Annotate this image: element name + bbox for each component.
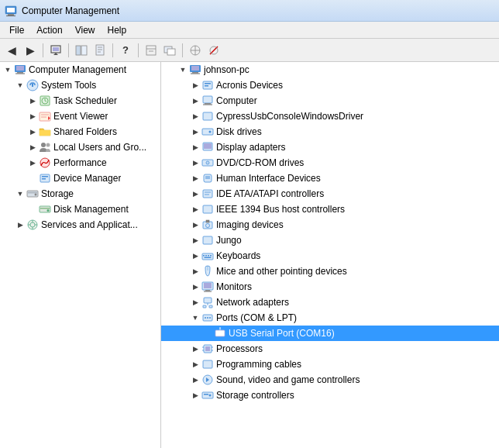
right-jungo[interactable]: ▶ Jungo [161,233,499,248]
expand-services[interactable]: ▶ [14,219,26,231]
left-task-scheduler[interactable]: ▶ Task Scheduler [0,93,160,109]
left-storage[interactable]: ▼ Storage [0,186,160,202]
right-keyboards[interactable]: ▶ Keyboards [161,248,499,264]
services-icon [26,219,39,231]
right-ieee[interactable]: ▶ IEEE 1394 Bus host controllers [161,202,499,217]
right-cypress[interactable]: ▶ CypressUsbConsoleWindowsDriver [161,109,499,124]
expand-shared[interactable]: ▶ [26,126,39,138]
left-system-tools[interactable]: ▼ System Tools [0,78,160,93]
left-event-viewer[interactable]: ▶ Event Viewer [0,109,160,124]
expand-perf[interactable]: ▶ [26,157,39,169]
right-processors[interactable]: ▶ Processors [161,341,499,357]
cypress-label: CypressUsbConsoleWindowsDriver [216,111,363,122]
right-programming[interactable]: ▶ Programming cables [161,357,499,372]
connect-btn[interactable] [187,42,204,59]
expand-monitors[interactable]: ▶ [189,281,201,293]
expand-system-tools[interactable]: ▼ [14,79,26,91]
expand-ide[interactable]: ▶ [189,188,201,200]
right-sound[interactable]: ▶ Sound, video and game controllers [161,372,499,388]
right-hid[interactable]: ▶ Human Interface Devices [161,171,499,186]
root-icon [14,64,26,76]
menu-view[interactable]: View [69,23,102,37]
expand-computer[interactable]: ▶ [189,95,201,107]
right-acronis[interactable]: ▶ Acronis Devices [161,78,499,93]
expand-disk[interactable] [26,203,39,215]
menu-action[interactable]: Action [30,23,68,37]
right-monitors[interactable]: ▶ Monitors [161,279,499,295]
left-disk-management[interactable]: Disk Management [0,202,160,217]
right-dvd[interactable]: ▶ DVD/CD-ROM drives [161,155,499,171]
right-ports[interactable]: ▼ Ports (COM & LPT) [161,310,499,326]
menu-help[interactable]: Help [102,23,133,37]
right-imaging[interactable]: ▶ Imaging devices [161,217,499,233]
expand-dvd[interactable]: ▶ [189,157,201,169]
right-panel[interactable]: ▼ johnson-pc ▶ Acronis Devices ▶ Compute… [161,62,499,448]
right-mice[interactable]: ▶ Mice and other pointing devices [161,264,499,279]
expand-mice[interactable]: ▶ [189,265,201,277]
left-services[interactable]: ▶ Services and Applicat... [0,217,160,233]
expand-jungo[interactable]: ▶ [189,234,201,246]
expand-imaging[interactable]: ▶ [189,219,201,231]
computer2-icon [201,95,214,107]
expand-users[interactable]: ▶ [26,141,39,153]
expand-root[interactable]: ▼ [2,64,14,76]
johnsonpc-label: johnson-pc [204,64,250,75]
left-panel[interactable]: ▼ Computer Management ▼ System Tools ▶ T… [0,62,161,448]
right-computer[interactable]: ▶ Computer [161,93,499,109]
expand-network[interactable]: ▶ [189,296,201,308]
expand-sound[interactable]: ▶ [189,374,201,386]
left-device-manager[interactable]: Device Manager [0,171,160,186]
up-button[interactable] [47,42,64,59]
computer-label: Computer [216,95,257,106]
disk-drives-icon [201,126,214,138]
left-shared-folders[interactable]: ▶ Shared Folders [0,124,160,140]
expand-cypress[interactable]: ▶ [189,110,201,122]
export-btn[interactable] [143,42,160,59]
forward-button[interactable]: ▶ [22,42,39,59]
left-performance[interactable]: ▶ Performance [0,155,160,171]
expand-storage-ctrl[interactable]: ▶ [189,389,201,401]
left-tree-root[interactable]: ▼ Computer Management [0,62,160,78]
expand-ports[interactable]: ▼ [189,312,201,324]
new-window-btn[interactable] [161,42,178,59]
expand-keyboards[interactable]: ▶ [189,250,201,262]
right-network[interactable]: ▶ Network adapters [161,295,499,310]
expand-task[interactable]: ▶ [26,95,39,107]
expand-programming[interactable]: ▶ [189,358,201,370]
right-disk-drives[interactable]: ▶ Disk drives [161,124,499,140]
expand-storage[interactable]: ▼ [14,188,26,200]
menu-bar: File Action View Help [0,22,499,39]
disconnect-btn[interactable] [205,42,222,59]
svg-rect-60 [205,83,211,84]
right-root[interactable]: ▼ johnson-pc [161,62,499,78]
expand-usb[interactable] [201,327,214,339]
back-button[interactable]: ◀ [3,42,20,59]
svg-rect-88 [205,257,212,259]
expand-acronis[interactable]: ▶ [189,79,201,91]
expand-disk-drives[interactable]: ▶ [189,126,201,138]
menu-file[interactable]: File [3,23,30,37]
svg-point-72 [208,163,208,164]
left-local-users[interactable]: ▶ Local Users and Gro... [0,140,160,155]
expand-event[interactable]: ▶ [26,110,39,122]
svg-rect-47 [40,208,50,209]
properties-btn[interactable] [91,42,108,59]
right-usb-serial[interactable]: USB Serial Port (COM16) [161,326,499,341]
expand-ieee[interactable]: ▶ [189,203,201,215]
expand-hid[interactable]: ▶ [189,172,201,184]
help-btn[interactable]: ? [117,42,134,59]
expand-johnsonpc[interactable]: ▼ [177,64,189,76]
right-storage-ctrl[interactable]: ▶ Storage controllers [161,388,499,403]
svg-rect-42 [42,178,46,180]
system-tools-icon [26,79,39,91]
svg-rect-64 [203,105,212,105]
right-display[interactable]: ▶ Display adapters [161,140,499,155]
svg-rect-80 [206,220,209,222]
expand-device[interactable] [26,172,39,184]
expand-display[interactable]: ▶ [189,141,201,153]
right-ide[interactable]: ▶ IDE ATA/ATAPI controllers [161,186,499,202]
show-hide-btn[interactable] [73,42,90,59]
expand-processors[interactable]: ▶ [189,343,201,355]
ide-label: IDE ATA/ATAPI controllers [216,188,324,199]
svg-rect-87 [210,255,212,257]
